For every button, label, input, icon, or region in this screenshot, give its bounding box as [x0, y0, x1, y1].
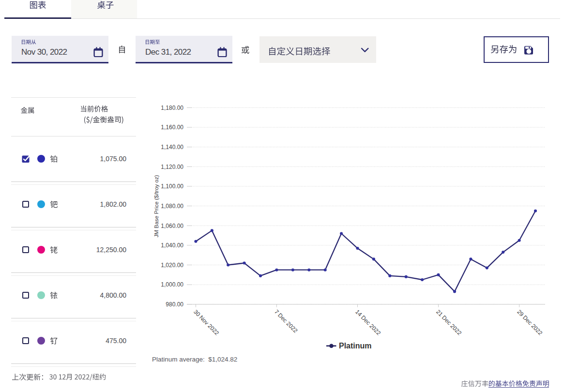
svg-text:1,140.00: 1,140.00 [161, 144, 183, 151]
svg-text:1,120.00: 1,120.00 [161, 164, 183, 170]
svg-text:1,060.00: 1,060.00 [161, 223, 183, 229]
svg-text:JM Base Price ($/troy oz): JM Base Price ($/troy oz) [153, 175, 159, 237]
svg-text:1,040.00: 1,040.00 [161, 242, 183, 249]
svg-text:980.00: 980.00 [166, 301, 183, 308]
svg-text:1,000.00: 1,000.00 [161, 281, 183, 288]
svg-text:14 Dec 2022: 14 Dec 2022 [354, 308, 382, 336]
svg-text:1,020.00: 1,020.00 [161, 262, 183, 269]
svg-text:30 Nov 2022: 30 Nov 2022 [192, 308, 220, 336]
svg-text:1,100.00: 1,100.00 [161, 183, 183, 190]
svg-text:1,180.00: 1,180.00 [161, 105, 183, 111]
svg-text:29 Dec 2022: 29 Dec 2022 [516, 308, 544, 336]
svg-text:1,160.00: 1,160.00 [161, 124, 183, 131]
svg-text:1,080.00: 1,080.00 [161, 203, 183, 210]
svg-text:21 Dec 2022: 21 Dec 2022 [435, 308, 463, 336]
svg-text:7 Dec 2022: 7 Dec 2022 [273, 308, 299, 334]
